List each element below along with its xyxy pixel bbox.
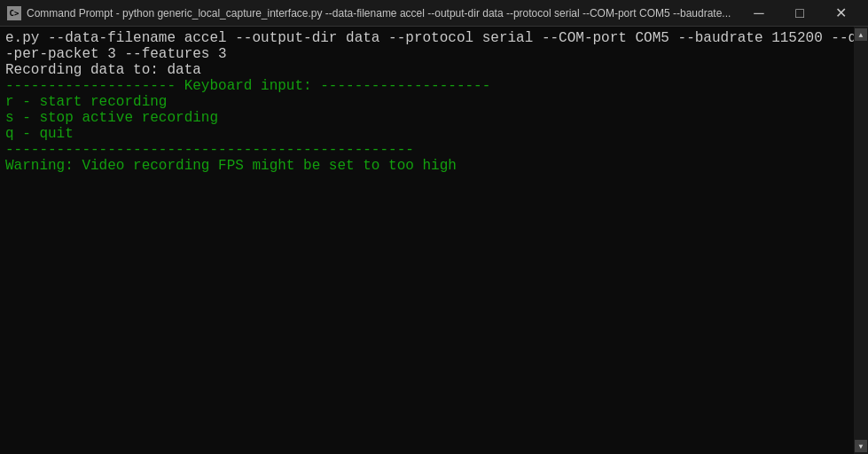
terminal-line: -------------------- Keyboard input: ---… bbox=[5, 78, 848, 94]
titlebar-buttons: ─ □ ✕ bbox=[739, 0, 861, 27]
minimize-button[interactable]: ─ bbox=[739, 0, 779, 27]
terminal-line: Recording data to: data bbox=[5, 62, 848, 78]
titlebar-title: Command Prompt - python generic_local_ca… bbox=[27, 7, 731, 20]
terminal-line: s - stop active recording bbox=[5, 110, 848, 126]
terminal-content: e.py --data-filename accel --output-dir … bbox=[0, 27, 854, 454]
scrollbar-down-button[interactable]: ▼ bbox=[855, 440, 867, 452]
window: C> Command Prompt - python generic_local… bbox=[0, 0, 868, 454]
scrollbar-up-button[interactable]: ▲ bbox=[855, 28, 867, 41]
maximize-button[interactable]: □ bbox=[779, 0, 820, 27]
scrollbar[interactable]: ▲ ▼ bbox=[854, 27, 868, 454]
terminal-line: ----------------------------------------… bbox=[5, 142, 848, 158]
terminal-line: -per-packet 3 --features 3 bbox=[5, 46, 848, 62]
terminal-wrapper: e.py --data-filename accel --output-dir … bbox=[0, 27, 868, 454]
icon-text: C> bbox=[10, 9, 20, 18]
titlebar: C> Command Prompt - python generic_local… bbox=[0, 0, 868, 27]
terminal-line: e.py --data-filename accel --output-dir … bbox=[5, 30, 848, 46]
scrollbar-track bbox=[855, 41, 867, 440]
terminal-line: q - quit bbox=[5, 126, 848, 142]
close-button[interactable]: ✕ bbox=[820, 0, 861, 27]
terminal-line: Warning: Video recording FPS might be se… bbox=[5, 158, 848, 174]
terminal-line: r - start recording bbox=[5, 94, 848, 110]
window-icon: C> bbox=[7, 6, 21, 20]
